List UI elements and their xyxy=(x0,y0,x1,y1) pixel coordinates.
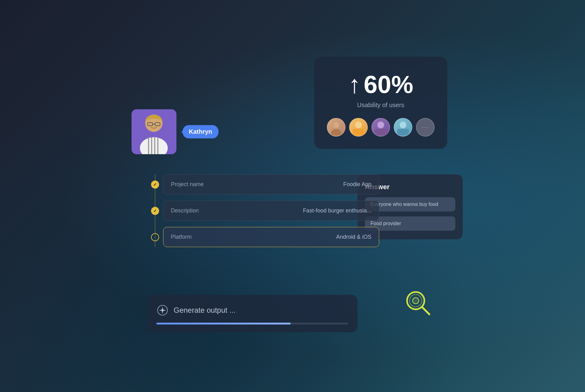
description-field[interactable]: Description Fast-food burger enthusia... xyxy=(163,201,379,221)
avatar-face-1 xyxy=(327,119,345,136)
arrow-up-icon: ↑ xyxy=(348,72,361,97)
profile-photo xyxy=(132,109,176,154)
svg-line-24 xyxy=(422,307,429,314)
generate-icon xyxy=(156,304,169,316)
main-container: ↑ 60% Usability of users xyxy=(0,0,585,392)
avatars-row: ··· xyxy=(327,118,435,137)
rows-inner: Project name Foodie App Description Fast… xyxy=(147,174,379,247)
project-name-value: Foodie App xyxy=(343,181,371,188)
form-section: Project name Foodie App Description Fast… xyxy=(147,174,379,250)
person-illustration xyxy=(132,109,176,154)
avatar-face-4 xyxy=(394,119,412,136)
row-spacer-2 xyxy=(147,223,379,227)
generate-text: Generate output ... xyxy=(174,306,236,315)
platform-field[interactable]: Platform Android & iOS xyxy=(163,227,379,247)
svg-rect-7 xyxy=(375,129,386,136)
description-label: Description xyxy=(171,207,199,214)
user-avatar-1 xyxy=(327,118,345,137)
profile-name: Kathryn xyxy=(189,128,212,135)
svg-rect-4 xyxy=(353,129,364,136)
stats-percent: ↑ 60% xyxy=(348,72,413,97)
form-row-project-name: Project name Foodie App xyxy=(147,174,379,194)
profile-section: Kathryn xyxy=(132,109,219,154)
stats-label: Usability of users xyxy=(357,102,404,109)
dots-icon: ··· xyxy=(422,124,428,131)
name-bubble: Kathryn xyxy=(183,125,219,138)
more-avatars-button[interactable]: ··· xyxy=(416,118,435,137)
magnifier-icon xyxy=(404,289,432,317)
dot-col-2 xyxy=(147,207,163,215)
user-avatar-2 xyxy=(349,118,368,137)
form-row-description: Description Fast-food burger enthusia... xyxy=(147,201,379,221)
progress-bar-fill xyxy=(156,323,291,324)
timeline-dot-1 xyxy=(151,181,159,189)
dot-col-1 xyxy=(147,181,163,189)
platform-value: Android & iOS xyxy=(336,234,371,240)
avatar-face-2 xyxy=(350,119,367,136)
dot-col-3 xyxy=(147,233,163,241)
svg-point-27 xyxy=(162,309,163,311)
project-name-label: Project name xyxy=(171,181,204,188)
svg-point-25 xyxy=(413,298,419,304)
svg-point-5 xyxy=(355,122,362,128)
svg-point-11 xyxy=(400,122,406,128)
svg-point-1 xyxy=(331,129,341,137)
stats-card: ↑ 60% Usability of users xyxy=(314,57,447,149)
svg-point-8 xyxy=(378,122,384,128)
timeline-dot-3 xyxy=(151,233,159,241)
avatar-face-3 xyxy=(372,119,389,136)
row-spacer-1 xyxy=(147,197,379,201)
svg-point-2 xyxy=(333,122,340,128)
description-value: Fast-food burger enthusia... xyxy=(303,207,371,214)
user-avatar-4 xyxy=(394,118,412,137)
search-magnifier xyxy=(404,289,432,317)
percent-value: 60% xyxy=(364,72,413,97)
timeline-dot-2 xyxy=(151,207,159,215)
project-name-field[interactable]: Project name Foodie App xyxy=(163,174,379,194)
progress-bar-container xyxy=(156,323,348,324)
form-row-platform: Platform Android & iOS xyxy=(147,227,379,247)
content-area: ↑ 60% Usability of users xyxy=(122,57,463,335)
user-avatar-3 xyxy=(371,118,390,137)
generate-header: Generate output ... xyxy=(156,304,348,316)
svg-rect-10 xyxy=(397,129,409,136)
platform-label: Platform xyxy=(171,234,192,240)
form-rows-wrapper: Project name Foodie App Description Fast… xyxy=(147,174,379,247)
generate-section: Generate output ... xyxy=(147,295,358,332)
